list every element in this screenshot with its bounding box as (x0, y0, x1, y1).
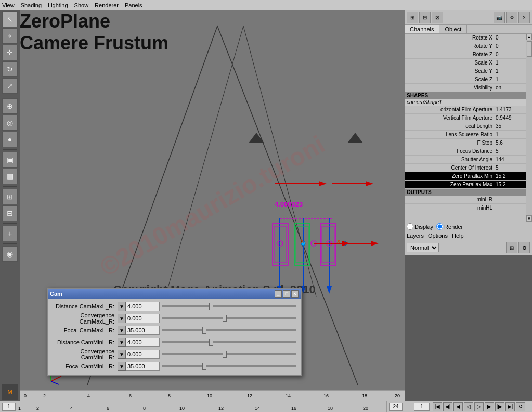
universal-manip[interactable]: ⊕ (2, 98, 18, 114)
attr-value-horiz-film[interactable]: 1.4173 (495, 107, 526, 112)
tab-object[interactable]: Object (439, 25, 467, 33)
lasso-tool[interactable]: ⌖ (2, 28, 18, 44)
param-btn-dist-min[interactable]: ▼ (118, 338, 126, 347)
go-end-btn[interactable]: ▶| (505, 402, 515, 411)
slider-thumb-dist-max[interactable] (209, 303, 213, 310)
prev-frame-btn[interactable]: ◀ (453, 402, 463, 411)
menu-renderer[interactable]: Renderer (95, 2, 119, 8)
snap-tool[interactable]: ⊞ (2, 189, 18, 204)
camera-icon[interactable]: 📷 (494, 12, 505, 23)
attr-value-lens-squeeze[interactable]: 1 (495, 132, 526, 137)
paint-tool[interactable]: ● (2, 132, 18, 147)
render-settings-icon[interactable]: ⚙ (518, 242, 530, 253)
render-menu-options[interactable]: Options (428, 233, 448, 239)
render-btn[interactable]: ▤ (2, 169, 18, 184)
display-settings[interactable]: ▣ (2, 152, 18, 168)
slider-thumb-focal-min[interactable] (202, 363, 206, 370)
param-slider-dist-min[interactable] (160, 341, 299, 343)
slider-track-dist-max[interactable] (162, 305, 296, 307)
attr-value-scale-z[interactable]: 1 (495, 76, 526, 82)
play-fwd-btn[interactable]: ▷ (474, 402, 484, 411)
param-btn-dist-max[interactable]: ▼ (118, 302, 126, 311)
grid-tool[interactable]: ⊟ (2, 205, 18, 221)
render-menu-help[interactable]: Help (452, 233, 464, 239)
param-input-dist-max[interactable] (126, 302, 160, 311)
soft-select[interactable]: ◎ (2, 115, 18, 131)
snap-grid[interactable]: ◉ (2, 246, 18, 262)
attr-value-focal-length[interactable]: 35 (495, 123, 526, 129)
menu-shading[interactable]: Shading (21, 2, 42, 8)
scale-tool[interactable]: ⤢ (2, 78, 18, 94)
slider-thumb-conv-max[interactable] (223, 315, 227, 322)
slider-thumb-dist-min[interactable] (209, 339, 213, 346)
go-start-btn[interactable]: |◀ (433, 402, 442, 411)
cam-minimize-btn[interactable]: _ (275, 290, 282, 298)
current-frame-input[interactable] (414, 403, 430, 411)
prev-key-btn[interactable]: ◀| (443, 402, 452, 411)
param-btn-focal-max[interactable]: ▼ (118, 326, 126, 335)
param-slider-conv-min[interactable] (160, 353, 299, 355)
radio-render-input[interactable] (436, 223, 443, 230)
attr-value-zero-par-max[interactable]: 15.2 (495, 182, 526, 187)
scroll-up-btn[interactable]: ▲ (526, 34, 532, 40)
render-grid-icon[interactable]: ⊞ (506, 242, 517, 253)
next-key-btn[interactable]: |▶ (495, 402, 504, 411)
normal-dropdown[interactable]: Normal Low High (407, 243, 439, 252)
select-tool[interactable]: ↖ (2, 11, 18, 27)
attr-value-rotate-x[interactable]: 0 (495, 35, 526, 41)
attr-value-scale-y[interactable]: 1 (495, 68, 526, 74)
menu-lighting[interactable]: Lighting (48, 2, 68, 8)
slider-track-conv-max[interactable] (162, 317, 296, 319)
param-slider-focal-min[interactable] (160, 365, 299, 367)
param-input-conv-min[interactable] (126, 350, 160, 359)
move-pivot[interactable]: + (2, 226, 18, 241)
layout-icon-1[interactable]: ⊞ (407, 12, 418, 23)
move-tool[interactable]: ✛ (2, 45, 18, 60)
render-menu-layers[interactable]: Layers (407, 233, 424, 239)
loop-btn[interactable]: ↺ (516, 402, 525, 411)
frame-end-input[interactable] (389, 403, 403, 411)
rotate-tool[interactable]: ↻ (2, 61, 18, 77)
menu-panels[interactable]: Panels (125, 2, 142, 8)
attr-value-visibility[interactable]: on (495, 85, 526, 91)
param-input-dist-min[interactable] (126, 338, 160, 347)
close-panel-icon[interactable]: × (518, 12, 530, 23)
param-btn-focal-min[interactable]: ▼ (118, 362, 126, 371)
settings-icon[interactable]: ⚙ (506, 12, 517, 23)
attr-value-scale-x[interactable]: 1 (495, 60, 526, 66)
attr-value-zero-par-min[interactable]: 15.2 (495, 173, 526, 179)
cam-restore-btn[interactable]: □ (283, 290, 290, 298)
scroll-thumb[interactable] (527, 41, 532, 57)
param-input-conv-max[interactable] (126, 314, 160, 323)
param-slider-focal-max[interactable] (160, 329, 299, 331)
radio-render[interactable]: Render (436, 223, 463, 230)
radio-display[interactable]: Display (407, 223, 433, 230)
menu-show[interactable]: Show (74, 2, 89, 8)
param-slider-conv-max[interactable] (160, 317, 299, 319)
tab-channels[interactable]: Channels (405, 25, 439, 33)
attr-value-rotate-y[interactable]: 0 (495, 43, 526, 49)
next-frame-btn[interactable]: ▶ (485, 402, 494, 411)
attr-value-vert-film[interactable]: 0.9449 (495, 115, 526, 121)
attr-value-rotate-z[interactable]: 0 (495, 52, 526, 57)
slider-thumb-focal-max[interactable] (202, 327, 206, 334)
param-btn-conv-max[interactable]: ▼ (118, 314, 126, 323)
layout-icon-3[interactable]: ⊠ (432, 12, 443, 23)
slider-thumb-conv-min[interactable] (223, 351, 227, 358)
play-back-btn[interactable]: ◁ (464, 402, 473, 411)
menu-view[interactable]: View (2, 2, 15, 8)
attr-value-coi[interactable]: 5 (495, 165, 526, 171)
slider-track-focal-max[interactable] (162, 329, 296, 331)
param-btn-conv-min[interactable]: ▼ (118, 350, 126, 359)
slider-track-dist-min[interactable] (162, 341, 296, 343)
attr-value-focus-dist[interactable]: 5 (495, 148, 526, 154)
attr-scrollbar[interactable]: ▲ ▼ (526, 34, 532, 222)
layout-icon-2[interactable]: ⊟ (419, 12, 431, 23)
slider-track-conv-min[interactable] (162, 353, 296, 355)
radio-display-input[interactable] (407, 223, 413, 230)
attr-value-fstop[interactable]: 5.6 (495, 140, 526, 146)
slider-track-focal-min[interactable] (162, 365, 296, 367)
scroll-down-btn[interactable]: ▼ (526, 215, 532, 222)
param-slider-dist-max[interactable] (160, 305, 299, 307)
param-input-focal-min[interactable] (126, 362, 160, 371)
